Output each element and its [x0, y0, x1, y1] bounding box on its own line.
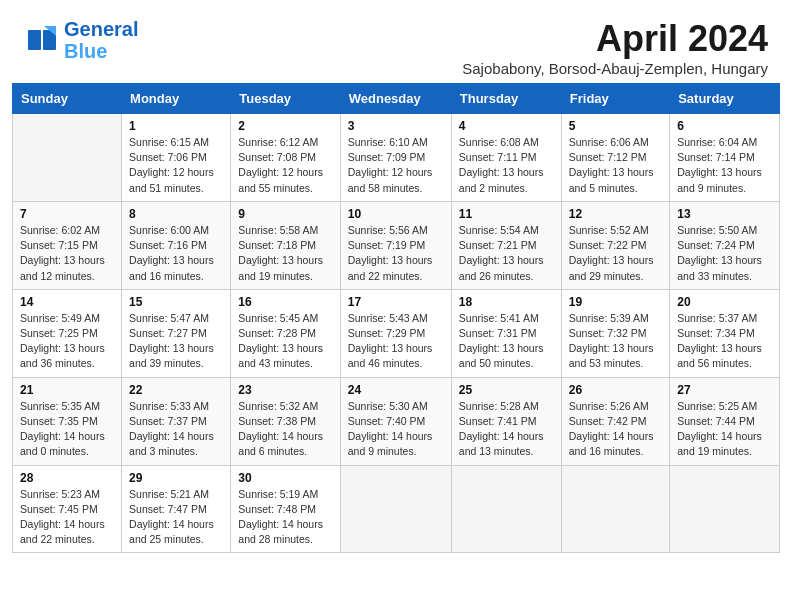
col-header-sunday: Sunday [13, 84, 122, 114]
day-number: 15 [129, 295, 223, 309]
day-number: 25 [459, 383, 554, 397]
day-detail: Sunrise: 5:39 AM Sunset: 7:32 PM Dayligh… [569, 311, 662, 372]
calendar-day [340, 465, 451, 553]
calendar-day [670, 465, 780, 553]
calendar-day: 1Sunrise: 6:15 AM Sunset: 7:06 PM Daylig… [122, 114, 231, 202]
calendar-day: 17Sunrise: 5:43 AM Sunset: 7:29 PM Dayli… [340, 289, 451, 377]
calendar-week-1: 1Sunrise: 6:15 AM Sunset: 7:06 PM Daylig… [13, 114, 780, 202]
day-detail: Sunrise: 5:37 AM Sunset: 7:34 PM Dayligh… [677, 311, 772, 372]
calendar-day: 10Sunrise: 5:56 AM Sunset: 7:19 PM Dayli… [340, 201, 451, 289]
col-header-friday: Friday [561, 84, 669, 114]
day-detail: Sunrise: 5:26 AM Sunset: 7:42 PM Dayligh… [569, 399, 662, 460]
day-number: 27 [677, 383, 772, 397]
calendar-header-row: SundayMondayTuesdayWednesdayThursdayFrid… [13, 84, 780, 114]
day-number: 22 [129, 383, 223, 397]
calendar-day [561, 465, 669, 553]
calendar-day: 20Sunrise: 5:37 AM Sunset: 7:34 PM Dayli… [670, 289, 780, 377]
calendar-day: 3Sunrise: 6:10 AM Sunset: 7:09 PM Daylig… [340, 114, 451, 202]
day-detail: Sunrise: 5:28 AM Sunset: 7:41 PM Dayligh… [459, 399, 554, 460]
calendar-day [13, 114, 122, 202]
calendar-week-4: 21Sunrise: 5:35 AM Sunset: 7:35 PM Dayli… [13, 377, 780, 465]
day-number: 4 [459, 119, 554, 133]
col-header-saturday: Saturday [670, 84, 780, 114]
calendar-day: 8Sunrise: 6:00 AM Sunset: 7:16 PM Daylig… [122, 201, 231, 289]
logo-icon [24, 22, 60, 58]
calendar-day: 21Sunrise: 5:35 AM Sunset: 7:35 PM Dayli… [13, 377, 122, 465]
day-detail: Sunrise: 5:21 AM Sunset: 7:47 PM Dayligh… [129, 487, 223, 548]
day-detail: Sunrise: 5:54 AM Sunset: 7:21 PM Dayligh… [459, 223, 554, 284]
day-number: 12 [569, 207, 662, 221]
day-number: 7 [20, 207, 114, 221]
day-number: 18 [459, 295, 554, 309]
day-number: 26 [569, 383, 662, 397]
col-header-wednesday: Wednesday [340, 84, 451, 114]
calendar-day: 30Sunrise: 5:19 AM Sunset: 7:48 PM Dayli… [231, 465, 340, 553]
day-number: 3 [348, 119, 444, 133]
day-detail: Sunrise: 5:43 AM Sunset: 7:29 PM Dayligh… [348, 311, 444, 372]
day-detail: Sunrise: 5:41 AM Sunset: 7:31 PM Dayligh… [459, 311, 554, 372]
day-detail: Sunrise: 6:12 AM Sunset: 7:08 PM Dayligh… [238, 135, 332, 196]
month-title: April 2024 [462, 18, 768, 60]
day-detail: Sunrise: 5:32 AM Sunset: 7:38 PM Dayligh… [238, 399, 332, 460]
calendar-table: SundayMondayTuesdayWednesdayThursdayFrid… [12, 83, 780, 553]
calendar-day: 27Sunrise: 5:25 AM Sunset: 7:44 PM Dayli… [670, 377, 780, 465]
day-number: 2 [238, 119, 332, 133]
calendar-day: 9Sunrise: 5:58 AM Sunset: 7:18 PM Daylig… [231, 201, 340, 289]
day-detail: Sunrise: 6:15 AM Sunset: 7:06 PM Dayligh… [129, 135, 223, 196]
calendar-day: 14Sunrise: 5:49 AM Sunset: 7:25 PM Dayli… [13, 289, 122, 377]
calendar-day: 19Sunrise: 5:39 AM Sunset: 7:32 PM Dayli… [561, 289, 669, 377]
location-subtitle: Sajobabony, Borsod-Abauj-Zemplen, Hungar… [462, 60, 768, 77]
calendar-day: 28Sunrise: 5:23 AM Sunset: 7:45 PM Dayli… [13, 465, 122, 553]
day-detail: Sunrise: 5:33 AM Sunset: 7:37 PM Dayligh… [129, 399, 223, 460]
calendar-week-3: 14Sunrise: 5:49 AM Sunset: 7:25 PM Dayli… [13, 289, 780, 377]
calendar-day: 29Sunrise: 5:21 AM Sunset: 7:47 PM Dayli… [122, 465, 231, 553]
calendar-day: 15Sunrise: 5:47 AM Sunset: 7:27 PM Dayli… [122, 289, 231, 377]
day-number: 28 [20, 471, 114, 485]
calendar-day [451, 465, 561, 553]
day-detail: Sunrise: 6:00 AM Sunset: 7:16 PM Dayligh… [129, 223, 223, 284]
svg-rect-1 [28, 30, 41, 50]
day-detail: Sunrise: 5:45 AM Sunset: 7:28 PM Dayligh… [238, 311, 332, 372]
day-number: 1 [129, 119, 223, 133]
calendar-week-5: 28Sunrise: 5:23 AM Sunset: 7:45 PM Dayli… [13, 465, 780, 553]
day-number: 20 [677, 295, 772, 309]
calendar-day: 2Sunrise: 6:12 AM Sunset: 7:08 PM Daylig… [231, 114, 340, 202]
day-number: 30 [238, 471, 332, 485]
col-header-tuesday: Tuesday [231, 84, 340, 114]
day-detail: Sunrise: 6:02 AM Sunset: 7:15 PM Dayligh… [20, 223, 114, 284]
day-number: 13 [677, 207, 772, 221]
title-block: April 2024 Sajobabony, Borsod-Abauj-Zemp… [462, 18, 768, 77]
logo: General Blue [24, 18, 138, 62]
col-header-thursday: Thursday [451, 84, 561, 114]
calendar-day: 5Sunrise: 6:06 AM Sunset: 7:12 PM Daylig… [561, 114, 669, 202]
day-detail: Sunrise: 5:19 AM Sunset: 7:48 PM Dayligh… [238, 487, 332, 548]
calendar-day: 7Sunrise: 6:02 AM Sunset: 7:15 PM Daylig… [13, 201, 122, 289]
calendar-week-2: 7Sunrise: 6:02 AM Sunset: 7:15 PM Daylig… [13, 201, 780, 289]
day-number: 24 [348, 383, 444, 397]
col-header-monday: Monday [122, 84, 231, 114]
calendar-day: 13Sunrise: 5:50 AM Sunset: 7:24 PM Dayli… [670, 201, 780, 289]
day-detail: Sunrise: 6:04 AM Sunset: 7:14 PM Dayligh… [677, 135, 772, 196]
day-detail: Sunrise: 5:35 AM Sunset: 7:35 PM Dayligh… [20, 399, 114, 460]
day-detail: Sunrise: 5:47 AM Sunset: 7:27 PM Dayligh… [129, 311, 223, 372]
calendar-day: 12Sunrise: 5:52 AM Sunset: 7:22 PM Dayli… [561, 201, 669, 289]
day-number: 11 [459, 207, 554, 221]
day-detail: Sunrise: 6:10 AM Sunset: 7:09 PM Dayligh… [348, 135, 444, 196]
day-number: 10 [348, 207, 444, 221]
logo-text: General Blue [64, 18, 138, 62]
day-number: 6 [677, 119, 772, 133]
calendar-day: 24Sunrise: 5:30 AM Sunset: 7:40 PM Dayli… [340, 377, 451, 465]
day-number: 16 [238, 295, 332, 309]
day-number: 29 [129, 471, 223, 485]
calendar-day: 16Sunrise: 5:45 AM Sunset: 7:28 PM Dayli… [231, 289, 340, 377]
day-number: 9 [238, 207, 332, 221]
day-detail: Sunrise: 6:08 AM Sunset: 7:11 PM Dayligh… [459, 135, 554, 196]
day-number: 5 [569, 119, 662, 133]
calendar-day: 23Sunrise: 5:32 AM Sunset: 7:38 PM Dayli… [231, 377, 340, 465]
day-detail: Sunrise: 5:25 AM Sunset: 7:44 PM Dayligh… [677, 399, 772, 460]
calendar-day: 26Sunrise: 5:26 AM Sunset: 7:42 PM Dayli… [561, 377, 669, 465]
day-detail: Sunrise: 5:30 AM Sunset: 7:40 PM Dayligh… [348, 399, 444, 460]
day-detail: Sunrise: 6:06 AM Sunset: 7:12 PM Dayligh… [569, 135, 662, 196]
day-detail: Sunrise: 5:52 AM Sunset: 7:22 PM Dayligh… [569, 223, 662, 284]
day-detail: Sunrise: 5:23 AM Sunset: 7:45 PM Dayligh… [20, 487, 114, 548]
